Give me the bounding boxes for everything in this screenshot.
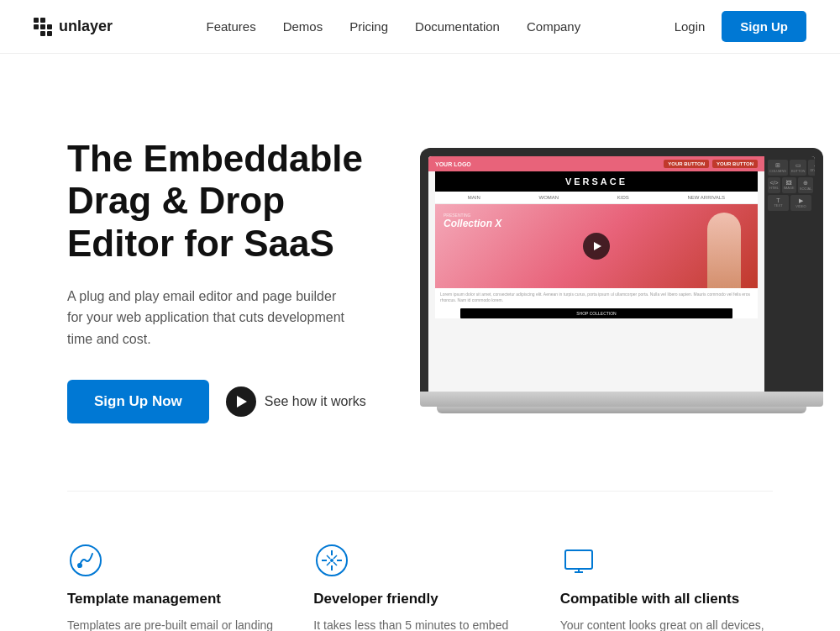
hero-image: YOUR LOGO YOUR BUTTON YOUR BUTTON VERSAC… bbox=[420, 148, 823, 413]
nav-company[interactable]: Company bbox=[527, 19, 580, 34]
monitor-icon bbox=[560, 542, 597, 579]
feature-1-title: Template management bbox=[67, 591, 280, 607]
nav-pricing[interactable]: Pricing bbox=[349, 19, 388, 34]
signup-button[interactable]: Sign Up bbox=[722, 11, 806, 42]
feature-compatible: Compatible with all clients Your content… bbox=[560, 542, 773, 631]
laptop-bottom bbox=[437, 407, 806, 413]
nav-demos[interactable]: Demos bbox=[283, 19, 323, 34]
hero-title: The Embeddable Drag & Drop Editor for Sa… bbox=[67, 138, 386, 266]
play-triangle-icon bbox=[237, 396, 247, 408]
editor-sidebar: ⊞ COLUMNS ▭ BUTTON — DIVIDER bbox=[764, 156, 815, 392]
feature-2-title: Developer friendly bbox=[313, 591, 526, 607]
features-section: Template management Templates are pre-bu… bbox=[0, 492, 840, 631]
editor-canvas: YOUR LOGO YOUR BUTTON YOUR BUTTON VERSAC… bbox=[428, 156, 764, 392]
compass-icon bbox=[313, 542, 350, 579]
feature-3-title: Compatible with all clients bbox=[560, 591, 773, 607]
hero-subtitle: A plug and play email editor and page bu… bbox=[67, 286, 353, 350]
sidebar-row-3: T TEXT ▶ VIDEO bbox=[768, 195, 811, 211]
header-actions: Login Sign Up bbox=[675, 11, 806, 42]
laptop-screen-outer: YOUR LOGO YOUR BUTTON YOUR BUTTON VERSAC… bbox=[420, 148, 823, 392]
hero-section: The Embeddable Drag & Drop Editor for Sa… bbox=[0, 54, 840, 491]
collection-text: Collection X bbox=[444, 218, 501, 229]
header: unlayer Features Demos Pricing Documenta… bbox=[0, 0, 840, 54]
laptop-screen-inner: YOUR LOGO YOUR BUTTON YOUR BUTTON VERSAC… bbox=[428, 156, 815, 392]
sidebar-tool-divider: — DIVIDER bbox=[808, 160, 815, 176]
feature-2-desc: It takes less than 5 minutes to embed ou… bbox=[313, 616, 526, 631]
svg-rect-8 bbox=[565, 550, 592, 569]
editor-topbar-buttons: YOUR BUTTON YOUR BUTTON bbox=[664, 160, 758, 168]
button-icon: ▭ bbox=[791, 162, 805, 169]
versace-header: VERSACE bbox=[435, 171, 758, 192]
sidebar-row-2: </> HTML 🖼 IMAGE ⊕ SOCIAL bbox=[768, 177, 811, 193]
hero-text: The Embeddable Drag & Drop Editor for Sa… bbox=[67, 138, 386, 424]
versace-nav: MAIN WOMAN KIDS NEW ARRIVALS bbox=[435, 192, 758, 204]
versace-footer-text: Lorem ipsum dolor sit amet, consectetur … bbox=[435, 288, 758, 307]
sidebar-tool-text: T TEXT bbox=[768, 195, 789, 211]
feature-template-management: Template management Templates are pre-bu… bbox=[67, 542, 280, 631]
sidebar-tool-image: 🖼 IMAGE bbox=[782, 177, 796, 193]
social-icon: ⊕ bbox=[800, 180, 812, 187]
logo-text: unlayer bbox=[59, 18, 113, 35]
model-silhouette bbox=[707, 213, 741, 288]
html-icon: </> bbox=[769, 180, 779, 186]
editor-content: VERSACE MAIN WOMAN KIDS NEW ARRIVALS P bbox=[435, 171, 758, 318]
hero-signup-button[interactable]: Sign Up Now bbox=[67, 380, 209, 423]
how-it-works-button[interactable]: See how it works bbox=[226, 386, 366, 417]
svg-point-1 bbox=[77, 563, 82, 568]
sidebar-tool-video: ▶ VIDEO bbox=[790, 195, 811, 211]
laptop-mockup: YOUR LOGO YOUR BUTTON YOUR BUTTON VERSAC… bbox=[420, 148, 823, 413]
presenting-text: PRESENTING bbox=[444, 213, 501, 218]
editor-topbar: YOUR LOGO YOUR BUTTON YOUR BUTTON bbox=[428, 156, 764, 171]
editor-ui: YOUR LOGO YOUR BUTTON YOUR BUTTON VERSAC… bbox=[428, 156, 815, 392]
sidebar-tool-columns: ⊞ COLUMNS bbox=[768, 160, 788, 176]
feature-1-desc: Templates are pre-built email or landing… bbox=[67, 616, 280, 631]
nav-documentation[interactable]: Documentation bbox=[415, 19, 500, 34]
sidebar-tool-html: </> HTML bbox=[768, 177, 780, 193]
video-play-triangle bbox=[594, 242, 601, 250]
versace-hero-image: PRESENTING Collection X bbox=[435, 204, 758, 288]
sidebar-row-1: ⊞ COLUMNS ▭ BUTTON — DIVIDER bbox=[768, 160, 811, 176]
sidebar-tool-button: ▭ BUTTON bbox=[790, 160, 806, 176]
login-button[interactable]: Login bbox=[675, 19, 706, 34]
columns-icon: ⊞ bbox=[769, 162, 786, 169]
shop-collection-btn: SHOP COLLECTION bbox=[460, 308, 732, 318]
main-nav: Features Demos Pricing Documentation Com… bbox=[206, 19, 580, 34]
hero-actions: Sign Up Now See how it works bbox=[67, 380, 386, 423]
editor-topbar-btn2: YOUR BUTTON bbox=[712, 160, 758, 168]
video-play-button bbox=[583, 233, 610, 260]
editor-topbar-logo: YOUR LOGO bbox=[435, 161, 471, 167]
sidebar-tool-social: ⊕ SOCIAL bbox=[798, 177, 814, 193]
image-icon: 🖼 bbox=[784, 180, 795, 186]
svg-point-3 bbox=[330, 559, 333, 562]
how-it-works-label: See how it works bbox=[265, 394, 366, 409]
logo[interactable]: unlayer bbox=[34, 18, 113, 36]
text-icon: T bbox=[769, 197, 787, 203]
video-icon: ▶ bbox=[792, 197, 810, 204]
palette-icon bbox=[67, 542, 104, 579]
logo-grid bbox=[34, 18, 52, 36]
divider-icon: — bbox=[810, 162, 815, 168]
laptop-base bbox=[420, 392, 823, 407]
feature-developer-friendly: Developer friendly It takes less than 5 … bbox=[313, 542, 526, 631]
versace-hero-text: PRESENTING Collection X bbox=[444, 213, 501, 229]
editor-topbar-btn1: YOUR BUTTON bbox=[664, 160, 709, 168]
nav-features[interactable]: Features bbox=[206, 19, 255, 34]
feature-3-desc: Your content looks great on all devices,… bbox=[560, 616, 773, 631]
play-icon bbox=[226, 386, 256, 417]
